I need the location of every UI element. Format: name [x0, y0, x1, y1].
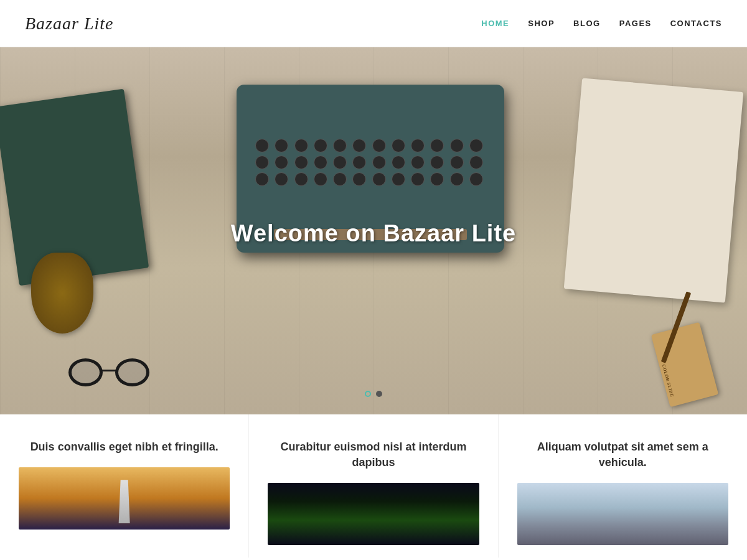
- typewriter-key: [450, 139, 464, 152]
- typewriter-keys: [255, 103, 486, 222]
- feature-title-1: Duis convallis eget nibh et fringilla.: [19, 439, 230, 455]
- feature-col-3: Aliquam volutpat sit amet sem a vehicula…: [499, 414, 747, 558]
- typewriter-key: [450, 172, 464, 186]
- nav-contacts[interactable]: CONTACTS: [670, 19, 722, 28]
- nav-home[interactable]: HOME: [481, 19, 509, 28]
- slider-dot-2[interactable]: [376, 391, 382, 397]
- glasses-left-lens: [68, 358, 103, 386]
- slider-dot-1[interactable]: [365, 391, 371, 397]
- feature-image-3[interactable]: [517, 483, 728, 545]
- typewriter-key: [294, 139, 308, 152]
- feature-title-2: Curabitur euismod nisl at interdum dapib…: [268, 439, 479, 470]
- typewriter-key: [411, 156, 425, 169]
- typewriter-key: [333, 156, 347, 169]
- typewriter-key: [430, 139, 444, 152]
- typewriter-key: [411, 139, 425, 152]
- hero-title: Welcome on Bazaar Lite: [231, 220, 516, 247]
- typewriter-key: [314, 139, 327, 152]
- typewriter-key: [372, 139, 386, 152]
- hero-text-block: Welcome on Bazaar Lite: [231, 220, 516, 247]
- typewriter-key: [333, 139, 347, 152]
- typewriter-key: [469, 172, 483, 186]
- site-header: Bazaar Lite HOME SHOP BLOG PAGES CONTACT…: [0, 0, 747, 47]
- typewriter-key: [392, 139, 405, 152]
- feature-col-1: Duis convallis eget nibh et fringilla.: [0, 414, 249, 558]
- glasses-right-lens: [115, 358, 149, 386]
- typewriter-key: [275, 172, 288, 186]
- hero-glasses-decoration: [62, 352, 162, 390]
- nav-pages[interactable]: PAGES: [619, 19, 652, 28]
- typewriter-key: [392, 156, 405, 169]
- hero-notebook-decoration: [564, 78, 744, 302]
- typewriter-key: [372, 156, 386, 169]
- typewriter-key: [255, 172, 269, 186]
- typewriter-key: [411, 172, 425, 186]
- typewriter-key: [275, 156, 288, 169]
- nav-shop[interactable]: SHOP: [528, 19, 555, 28]
- typewriter-key: [450, 156, 464, 169]
- typewriter-key: [333, 172, 347, 186]
- typewriter-key: [352, 139, 366, 152]
- typewriter-key: [294, 156, 308, 169]
- features-section: Duis convallis eget nibh et fringilla. C…: [0, 414, 747, 558]
- feature-title-3: Aliquam volutpat sit amet sem a vehicula…: [517, 439, 728, 470]
- lighthouse-shape: [115, 480, 134, 523]
- typewriter-key: [255, 139, 269, 152]
- site-logo[interactable]: Bazaar Lite: [25, 14, 113, 34]
- hero-pinecone-decoration: [31, 253, 93, 334]
- main-nav: HOME SHOP BLOG PAGES CONTACTS: [481, 19, 722, 28]
- slider-dots: [365, 391, 382, 397]
- typewriter-key: [314, 156, 327, 169]
- feature-image-2[interactable]: [268, 483, 479, 545]
- typewriter-key: [255, 156, 269, 169]
- typewriter-key: [352, 156, 366, 169]
- hero-section: COLOR SLIDE Welcome on Bazaar Lite: [0, 47, 747, 414]
- typewriter-key: [352, 172, 366, 186]
- typewriter-key: [372, 172, 386, 186]
- typewriter-key: [314, 172, 327, 186]
- typewriter-key: [294, 172, 308, 186]
- typewriter-key: [469, 139, 483, 152]
- typewriter-key: [392, 172, 405, 186]
- glasses-frame: [62, 352, 162, 390]
- typewriter-key: [430, 156, 444, 169]
- nav-blog[interactable]: BLOG: [573, 19, 601, 28]
- feature-image-1[interactable]: [19, 467, 230, 530]
- typewriter-key: [469, 156, 483, 169]
- feature-col-2: Curabitur euismod nisl at interdum dapib…: [249, 414, 498, 558]
- typewriter-key: [275, 139, 288, 152]
- typewriter-key: [430, 172, 444, 186]
